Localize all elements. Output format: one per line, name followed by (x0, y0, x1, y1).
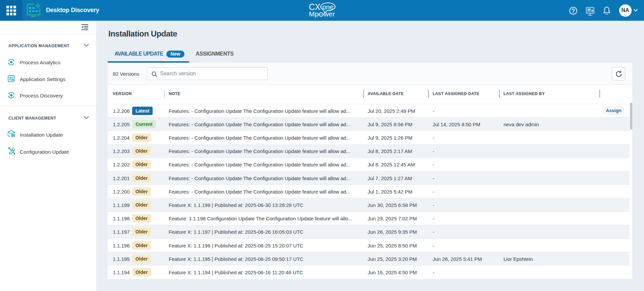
svg-text:wer: wer (323, 10, 335, 18)
svg-text:Mp: Mp (309, 10, 319, 18)
svg-text:one: one (322, 3, 333, 11)
